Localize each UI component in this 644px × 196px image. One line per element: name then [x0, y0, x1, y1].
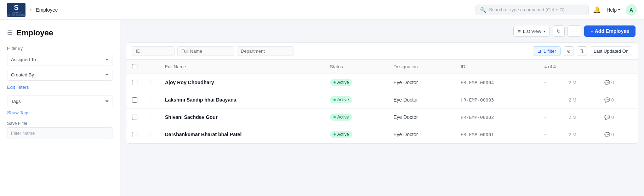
- table-row: ♡ Darshankumar Bharat bhai Patel Active …: [126, 126, 638, 143]
- row-dash-cell: -: [538, 126, 563, 143]
- employee-id: HR-EMP-00002: [461, 115, 494, 120]
- status-badge: Active: [330, 96, 353, 103]
- hamburger-icon[interactable]: ☰: [7, 29, 13, 37]
- refresh-icon: ↻: [557, 28, 561, 34]
- row-checkbox[interactable]: [132, 80, 137, 85]
- add-employee-label: + Add Employee: [591, 28, 629, 34]
- save-filter-section: Save Filter: [7, 121, 113, 139]
- ellipsis-icon: ···: [571, 28, 578, 34]
- breadcrumb-page: Employee: [36, 7, 58, 13]
- assigned-to-select[interactable]: Assigned To: [7, 54, 113, 65]
- comment-count: 💬 0: [604, 132, 632, 137]
- global-search[interactable]: 🔍 Search or type a command (Ctrl + G): [475, 5, 589, 15]
- chevron-down-icon: ▾: [543, 29, 545, 33]
- row-full-name-cell: Ajoy Roy Choudhary: [159, 74, 324, 91]
- row-designation-cell: Eye Doctor: [388, 109, 455, 126]
- status-badge: Active: [330, 79, 353, 86]
- page-title: Employee: [16, 28, 53, 38]
- favorite-button[interactable]: ♡: [149, 131, 154, 138]
- th-id-label: ID: [461, 64, 465, 69]
- add-employee-button[interactable]: + Add Employee: [584, 25, 636, 37]
- help-label: Help: [606, 7, 617, 13]
- edit-filters-link[interactable]: Edit Filters: [7, 85, 29, 90]
- comment-icon: 💬: [604, 132, 610, 137]
- full-name-filter-input[interactable]: [177, 46, 234, 56]
- filter-section: Filter By Assigned To Created By Edit Fi…: [7, 46, 113, 90]
- search-placeholder: Search or type a command (Ctrl + G): [489, 7, 565, 12]
- th-count: 4 of 4: [538, 60, 638, 74]
- comment-icon: 💬: [604, 115, 610, 120]
- row-checkbox[interactable]: [132, 97, 137, 103]
- designation-value: Eye Doctor: [393, 114, 418, 120]
- employee-id: HR-EMP-00004: [461, 80, 494, 85]
- clear-filter-button[interactable]: ⊘: [564, 46, 574, 56]
- row-id-cell: HR-EMP-00001: [455, 126, 538, 143]
- filter-name-input[interactable]: [7, 127, 113, 139]
- row-designation-cell: Eye Doctor: [388, 74, 455, 91]
- row-full-name-cell: Lakshmi Sandip bhai Daayana: [159, 91, 324, 109]
- row-time-cell: 2 M: [563, 126, 599, 143]
- table-row: ♡ Shivani Sachdev Gour Active Eye Doctor…: [126, 109, 638, 126]
- refresh-button[interactable]: ↻: [553, 25, 565, 37]
- nav-right: 🔔 Help ▾ A: [593, 4, 637, 16]
- row-checkbox[interactable]: [132, 132, 137, 137]
- favorite-button[interactable]: ♡: [149, 97, 154, 103]
- comment-number: 0: [611, 80, 614, 85]
- employee-id: HR-EMP-00001: [461, 132, 494, 137]
- row-id-cell: HR-EMP-00004: [455, 74, 538, 91]
- sort-label[interactable]: Last Updated On: [590, 46, 632, 56]
- status-label: Active: [337, 80, 349, 85]
- comment-number: 0: [611, 115, 614, 120]
- department-filter-input[interactable]: [237, 46, 293, 56]
- th-designation-label: Designation: [393, 64, 418, 69]
- list-view-button[interactable]: ≡ List View ▾: [513, 26, 549, 37]
- row-comment-cell: 💬 0: [599, 91, 638, 109]
- employee-full-name: Shivani Sachdev Gour: [165, 114, 218, 120]
- filter-bar: ⊿ 1 filter ⊘ ⇅ Last Updated On: [126, 43, 638, 60]
- table-container: ⊿ 1 filter ⊘ ⇅ Last Updated On: [126, 42, 638, 144]
- employee-full-name: Lakshmi Sandip bhai Daayana: [165, 97, 236, 103]
- row-status-cell: Active: [324, 109, 388, 126]
- row-checkbox[interactable]: [132, 115, 137, 120]
- more-options-button[interactable]: ···: [568, 25, 582, 37]
- favorite-button[interactable]: ♡: [149, 79, 154, 86]
- designation-value: Eye Doctor: [393, 97, 418, 103]
- sort-button[interactable]: ⇅: [577, 46, 587, 56]
- th-full-name: Full Name: [159, 60, 324, 74]
- created-by-select[interactable]: Created By: [7, 69, 113, 81]
- th-select-all: [126, 60, 143, 74]
- designation-value: Eye Doctor: [393, 80, 418, 85]
- active-filter-badge[interactable]: ⊿ 1 filter: [533, 46, 560, 56]
- filter-by-label: Filter By: [7, 46, 113, 51]
- row-dash-cell: -: [538, 74, 563, 91]
- row-id-cell: HR-EMP-00003: [455, 91, 538, 109]
- row-time-cell: 2 M: [563, 109, 599, 126]
- toolbar: ≡ List View ▾ ↻ ··· + Add Employee: [120, 20, 644, 42]
- comment-icon: 💬: [604, 80, 610, 85]
- th-id: ID: [455, 60, 538, 74]
- id-filter-input[interactable]: [132, 46, 175, 56]
- avatar[interactable]: A: [626, 4, 637, 16]
- tags-select[interactable]: Tags: [7, 96, 113, 107]
- help-menu[interactable]: Help ▾: [606, 7, 620, 13]
- logo: S SOLUFY Solution Simplified: [7, 3, 25, 17]
- save-filter-label: Save Filter: [7, 121, 113, 126]
- employee-id: HR-EMP-00003: [461, 97, 494, 103]
- logo-area: S SOLUFY Solution Simplified › Employee: [7, 3, 58, 17]
- page-header: ☰ Employee: [7, 28, 113, 38]
- row-designation-cell: Eye Doctor: [388, 126, 455, 143]
- comment-number: 0: [611, 132, 614, 137]
- list-view-label: List View: [523, 29, 541, 34]
- notification-bell-icon[interactable]: 🔔: [593, 6, 601, 14]
- status-label: Active: [337, 115, 349, 120]
- row-favorite-cell: ♡: [143, 126, 159, 143]
- status-label: Active: [337, 132, 349, 137]
- show-tags-link[interactable]: Show Tags: [7, 110, 113, 115]
- favorite-button[interactable]: ♡: [149, 114, 154, 121]
- row-time-cell: 2 M: [563, 91, 599, 109]
- row-checkbox-cell: [126, 109, 143, 126]
- select-all-checkbox[interactable]: [132, 64, 137, 69]
- sort-icon: ⇅: [580, 48, 584, 54]
- table-header-row: Full Name Status Designation ID 4 of 4: [126, 60, 638, 74]
- dash-value: -: [544, 80, 546, 85]
